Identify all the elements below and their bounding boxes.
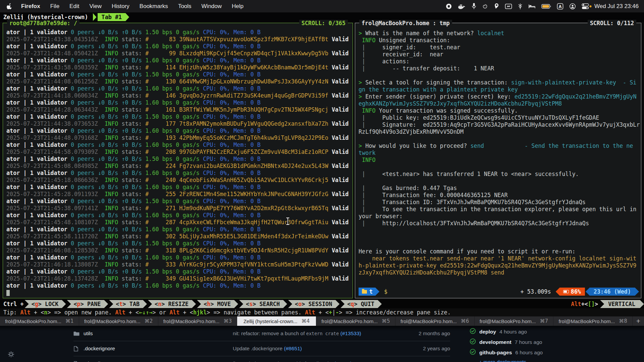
pr-link[interactable]: (#8651) — [284, 346, 302, 351]
log-info-line: 2025-07-23T21:44:48.079168Z INFO stats: … — [6, 134, 352, 141]
battery-icon[interactable] — [541, 2, 551, 10]
more-deployments-link[interactable]: + more deployments — [479, 359, 637, 362]
account-icon[interactable] — [569, 2, 576, 10]
log-info-line: 2025-07-23T21:45:58.111720Z INFO stats: … — [6, 233, 352, 240]
cwd-segment: t — [359, 288, 379, 296]
menu-items: FirefoxFileEditViewHistoryBookmarksTools… — [21, 3, 244, 10]
file-icon — [73, 361, 84, 362]
terminal-line: | receiver_id: near — [359, 51, 640, 58]
file-name-link[interactable]: .gitattributes — [84, 361, 112, 362]
deployment-row: development7 hours ago — [470, 337, 637, 347]
terminal-tab-8[interactable]: frol@MacBookPro.hom...⌘8 — [553, 316, 633, 326]
menu-item-edit[interactable]: Edit — [69, 3, 79, 10]
menu-item-help[interactable]: Help — [232, 3, 244, 10]
menu-item-bookmarks[interactable]: Bookmarks — [140, 3, 168, 10]
terminal-line: INFO — [359, 157, 640, 164]
pr-link[interactable]: (#13533) — [340, 330, 361, 336]
right-pane-content: > What is the name of the network? local… — [359, 30, 640, 276]
file-row[interactable]: .gitattributesfix: exclude test WebAssem… — [73, 356, 450, 362]
cwd-label: t — [369, 288, 373, 295]
keybar-hint-tab: <t> TAB — [109, 300, 147, 308]
input-source-icon[interactable]: A — [557, 2, 564, 10]
battery-small-icon — [563, 290, 569, 293]
file-row[interactable]: utilsnit: refactor: remove a bunch of ex… — [73, 326, 450, 341]
branch-icon[interactable] — [518, 2, 523, 10]
commit-age: 2 months ago — [419, 330, 450, 337]
check-circle-icon — [470, 338, 476, 346]
keybar-hint-move: <h> MOVE — [197, 300, 238, 308]
right-pane[interactable]: frol@MacBookPro.home : tmp SCROLL: 0/112… — [355, 23, 641, 298]
menu-clock[interactable]: Wed Jul 23 23:46 — [594, 3, 639, 10]
menu-item-view[interactable]: View — [89, 3, 102, 10]
menu-item-file[interactable]: File — [50, 3, 59, 10]
folder-icon — [73, 331, 84, 336]
tab-shortcut: ⌘3 — [224, 318, 232, 324]
new-tab-button[interactable]: + — [633, 316, 644, 326]
gear-icon[interactable] — [7, 351, 15, 359]
terminal-tab-2[interactable]: frol@MacBookPro.hom...⌘2 — [79, 316, 158, 326]
bed-icon[interactable] — [528, 2, 536, 10]
left-pane[interactable]: root@d778a97e59de: / SCROLL: 0/365 ator … — [3, 23, 353, 298]
menu-item-window[interactable]: Window — [202, 3, 222, 10]
terminal-line: | Transaction fee: 0.0000446365125 NEAR — [359, 192, 640, 199]
menu-item-history[interactable]: History — [112, 3, 129, 10]
spiral-icon[interactable] — [482, 2, 488, 10]
terminal-cursor — [6, 289, 352, 296]
terminal-line — [359, 164, 640, 171]
log-info-line: 2025-07-23T21:45:38.097141Z INFO stats: … — [6, 205, 352, 212]
deployment-name-link[interactable]: github-pages — [479, 350, 512, 356]
log-stat-line: ator | 1 validator 0 peers ↓0 B/s ↑0 B/s… — [6, 156, 352, 163]
terminal-line — [359, 241, 640, 248]
left-pane-title: root@d778a97e59de: / — [7, 20, 79, 26]
log-info-line: 2025-07-23T21:44:58.079309Z INFO stats: … — [6, 148, 352, 156]
file-name-link[interactable]: utils — [84, 330, 93, 337]
microphone-icon[interactable] — [472, 2, 476, 10]
terminal-line: | http://localhost/3FTxVnJhJwRmBaPQMKU7b… — [359, 220, 640, 227]
deployments-panel: deploy4 hours agodevelopment7 hours agog… — [470, 326, 637, 362]
screen-share-icon[interactable] — [505, 2, 512, 10]
left-pane-scroll-indicator: SCROLL: 0/365 — [299, 20, 348, 26]
pin-icon[interactable] — [494, 2, 499, 10]
terminal-line: | signer_id: test.near — [359, 44, 640, 51]
terminal-tab-3[interactable]: frol@MacBookPro.hom...⌘3 — [158, 316, 237, 326]
deployment-name-link[interactable]: development — [479, 339, 512, 345]
terminal-line: twork — [359, 149, 640, 157]
log-stat-line: ator | 1 validator 0 peers ↓0 B/s ↑0 B/s… — [6, 198, 352, 205]
commit-message[interactable]: fix: exclude test WebAssembly from lingu… — [233, 361, 352, 362]
commit-age: 2 years ago — [423, 361, 450, 362]
terminal-tab-1[interactable]: frol@MacBookPro.hom...⌘1 — [0, 316, 79, 326]
deployment-name-link[interactable]: deploy — [479, 329, 496, 335]
terminal-line: INFO Your transaction was signed success… — [359, 107, 640, 114]
zellij-keybar: Ctrl + <g> LOCK<p> PANE<t> TAB<n> RESIZE… — [0, 300, 644, 308]
terminal-tab-5[interactable]: frol@MacBookPro.hom...⌘5 — [316, 316, 395, 326]
menu-bar: FirefoxFileEditViewHistoryBookmarksTools… — [0, 0, 644, 12]
file-row[interactable]: .dockerignoreUpdate .dockerignore (#8651… — [73, 341, 450, 356]
terminal-tab-4[interactable]: Zellij (hysterical-crown...⌘4 — [237, 316, 316, 326]
control-center-icon[interactable] — [582, 2, 592, 10]
shell-prompt[interactable]: $ — [384, 288, 387, 295]
menu-item-tools[interactable]: Tools — [178, 3, 192, 10]
record-stop-icon[interactable] — [445, 2, 452, 10]
bracket-open: < — [585, 301, 588, 307]
log-stat-line: ator | 1 validator 0 peers ↓0 B/s ↑0 B/s… — [6, 184, 352, 191]
commit-message[interactable]: nit: refactor: remove a bunch of extern … — [233, 330, 361, 337]
clock-segment: 23:46 (Wed) — [586, 288, 639, 296]
file-name-link[interactable]: .dockerignore — [84, 346, 115, 352]
terminal-tab-7[interactable]: frol@MacBookPro.hom...⌘7 — [475, 316, 554, 326]
log-info-line: 2025-07-23T21:43:38.043516Z INFO stats: … — [6, 36, 352, 43]
left-pane-content: ator | 1 validator 0 peers ↓0 B/s ↑0 B/s… — [6, 29, 352, 296]
log-info-line: 2025-07-23T21:46:18.138087Z INFO stats: … — [6, 261, 352, 268]
log-stat-line: ator | 1 validator 0 peers ↓0 B/s ↑0 B/s… — [6, 57, 352, 64]
right-pane-scroll-indicator: SCROLL: 0/112 — [588, 20, 636, 26]
menu-item-firefox[interactable]: Firefox — [21, 3, 40, 10]
zellij-tab-1[interactable]: Tab #1 — [98, 13, 129, 21]
keybar-hints: <g> LOCK<p> PANE<t> TAB<n> RESIZE<h> MOV… — [24, 300, 382, 308]
pr-link[interactable]: (#8868) — [334, 361, 352, 362]
terminal-tab-6[interactable]: frol@MacBookPro.hom...⌘6 — [395, 316, 475, 326]
apple-menu[interactable] — [7, 3, 12, 10]
commit-message[interactable]: Update .dockerignore (#8651) — [233, 346, 302, 352]
docker-icon[interactable] — [458, 2, 466, 10]
mouse-ibeam-cursor — [285, 217, 290, 227]
log-info-line: 2025-07-23T21:45:48.108107Z INFO stats: … — [6, 219, 352, 226]
terminal-line: > How would you like to proceed? send - … — [359, 142, 640, 149]
